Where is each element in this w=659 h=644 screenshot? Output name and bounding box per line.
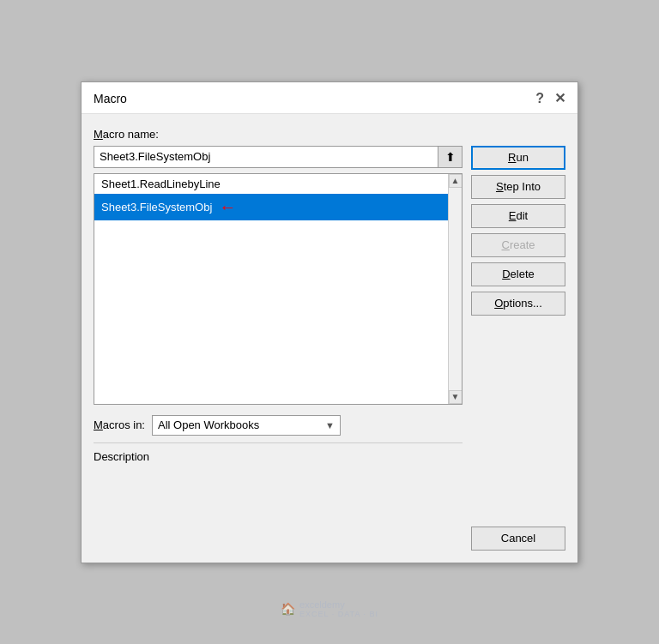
scrollbar: ▲ ▼ (448, 174, 462, 404)
macro-name-row: ⬆ (94, 146, 463, 168)
macro-name-label: Macro name: (94, 128, 565, 141)
watermark-subtext: EXCEL · DATA · BI (299, 610, 378, 618)
title-bar-controls: ? ✕ (535, 91, 565, 106)
macro-list-item-selected[interactable]: Sheet3.FileSystemObj ← (94, 194, 448, 220)
macros-in-value: All Open Workbooks (158, 418, 259, 431)
arrow-annotation: ← (219, 197, 236, 217)
cancel-button[interactable]: Cancel (471, 527, 565, 551)
macros-in-row: Macros in: All Open Workbooks ▼ (94, 415, 463, 436)
title-bar: Macro ? ✕ (82, 82, 577, 114)
macro-dialog: Macro ? ✕ Macro name: ⬆ Sheet1.ReadLi (81, 81, 578, 563)
scroll-track[interactable] (449, 188, 462, 390)
left-panel: ⬆ Sheet1.ReadLinebyLine Sheet3.FileSyste… (94, 146, 463, 463)
macro-name-input[interactable] (94, 146, 438, 168)
watermark-brand: exceldemy (299, 599, 378, 610)
dropdown-chevron-icon: ▼ (325, 420, 335, 430)
macros-in-dropdown[interactable]: All Open Workbooks ▼ (152, 415, 341, 436)
edit-button[interactable]: Edit (471, 204, 565, 228)
main-content: ⬆ Sheet1.ReadLinebyLine Sheet3.FileSyste… (94, 146, 565, 463)
run-button[interactable]: Run (471, 146, 565, 170)
dialog-title: Macro (94, 92, 127, 105)
macros-in-label: Macros in: (94, 418, 145, 431)
create-button[interactable]: Create (471, 233, 565, 257)
dialog-body: Macro name: ⬆ Sheet1.ReadLinebyLine Shee… (82, 114, 577, 475)
step-into-button[interactable]: Step Into (471, 175, 565, 199)
macro-list-item[interactable]: Sheet1.ReadLinebyLine (94, 174, 448, 194)
upload-button[interactable]: ⬆ (438, 146, 463, 168)
close-button[interactable]: ✕ (554, 92, 565, 105)
scroll-down-arrow[interactable]: ▼ (449, 390, 463, 404)
options-button[interactable]: Options... (471, 292, 565, 316)
description-section: Description (94, 442, 463, 463)
watermark-icon: 🏠 (281, 602, 295, 616)
help-button[interactable]: ? (535, 91, 544, 106)
description-label: Description (94, 450, 149, 463)
macro-list: Sheet1.ReadLinebyLine Sheet3.FileSystemO… (94, 174, 448, 404)
watermark: 🏠 exceldemy EXCEL · DATA · BI (281, 599, 378, 618)
macro-list-container: Sheet1.ReadLinebyLine Sheet3.FileSystemO… (94, 173, 463, 405)
right-panel: Run Step Into Edit Create Delete Options… (471, 146, 565, 316)
scroll-up-arrow[interactable]: ▲ (449, 174, 463, 188)
footer: Cancel (82, 518, 577, 563)
delete-button[interactable]: Delete (471, 262, 565, 286)
